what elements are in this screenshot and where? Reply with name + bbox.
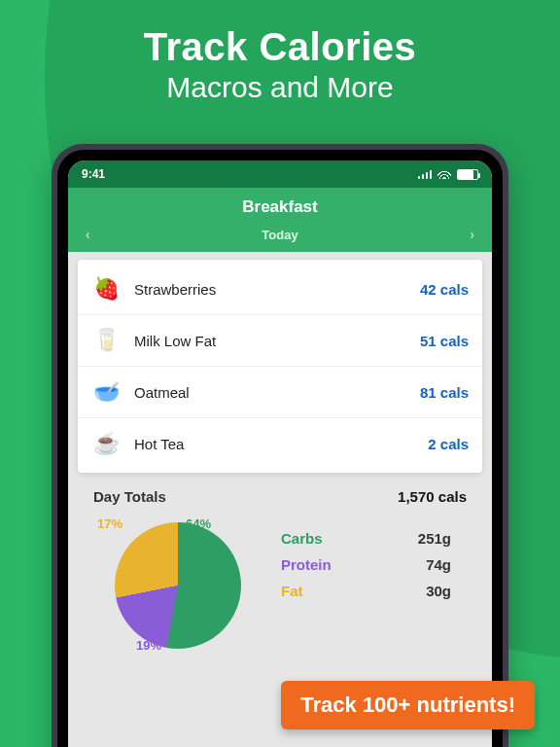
legend-fat-label: Fat (281, 583, 303, 599)
list-item[interactable]: 🥛 Milk Low Fat 51 cals (78, 315, 482, 367)
food-cals: 81 cals (420, 384, 469, 401)
milk-icon: 🥛 (91, 326, 121, 355)
food-cals: 2 cals (428, 436, 469, 452)
prev-day-button[interactable]: ‹ (86, 227, 90, 242)
pie-graphic (115, 522, 241, 649)
food-cals: 42 cals (420, 281, 469, 298)
legend-carbs-label: Carbs (281, 530, 323, 547)
status-bar: 9:41 (68, 160, 492, 188)
signal-icon (418, 169, 433, 179)
date-label[interactable]: Today (262, 228, 298, 242)
legend-protein-value: 74g (426, 556, 451, 573)
food-cals: 51 cals (420, 333, 469, 349)
legend-carbs-value: 251g (418, 530, 451, 547)
totals-label: Day Totals (93, 488, 166, 505)
tablet-frame: 9:41 Breakfast ‹ Today › (52, 144, 508, 747)
promo-callout: Track 100+ nutrients! (281, 681, 535, 729)
date-nav: ‹ Today › (68, 227, 492, 252)
wifi-icon (438, 169, 451, 179)
promo-subheading: Macros and More (0, 71, 560, 104)
oatmeal-icon: 🥣 (91, 377, 121, 407)
food-name: Strawberries (134, 281, 420, 298)
food-name: Hot Tea (134, 436, 428, 452)
battery-icon (457, 169, 478, 180)
food-list: 🍓 Strawberries 42 cals 🥛 Milk Low Fat 51… (78, 260, 482, 473)
pct-label-fat: 17% (97, 516, 122, 531)
list-item[interactable]: 🍓 Strawberries 42 cals (78, 264, 482, 315)
legend-fat-value: 30g (426, 583, 451, 599)
status-time: 9:41 (82, 167, 105, 181)
strawberry-icon: 🍓 (91, 274, 121, 303)
app-screen: 9:41 Breakfast ‹ Today › (68, 160, 492, 747)
food-name: Milk Low Fat (134, 333, 420, 349)
tea-icon: ☕ (91, 429, 121, 458)
totals-cals: 1,570 cals (398, 488, 467, 505)
macro-legend: Carbs 251g Protein 74g Fat 30g (281, 522, 467, 609)
next-day-button[interactable]: › (470, 227, 474, 242)
legend-protein-label: Protein (281, 556, 332, 573)
list-item[interactable]: 🥣 Oatmeal 81 cals (78, 367, 482, 418)
pct-label-protein: 19% (136, 638, 161, 653)
promo-heading: Track Calories (0, 25, 560, 69)
day-totals: Day Totals 1,570 cals 17% 64% 19% (78, 473, 482, 649)
pct-label-carbs: 64% (186, 516, 211, 531)
macro-pie-chart: 17% 64% 19% (93, 522, 263, 649)
food-name: Oatmeal (134, 384, 420, 401)
list-item[interactable]: ☕ Hot Tea 2 cals (78, 418, 482, 469)
meal-title: Breakfast (68, 188, 492, 227)
